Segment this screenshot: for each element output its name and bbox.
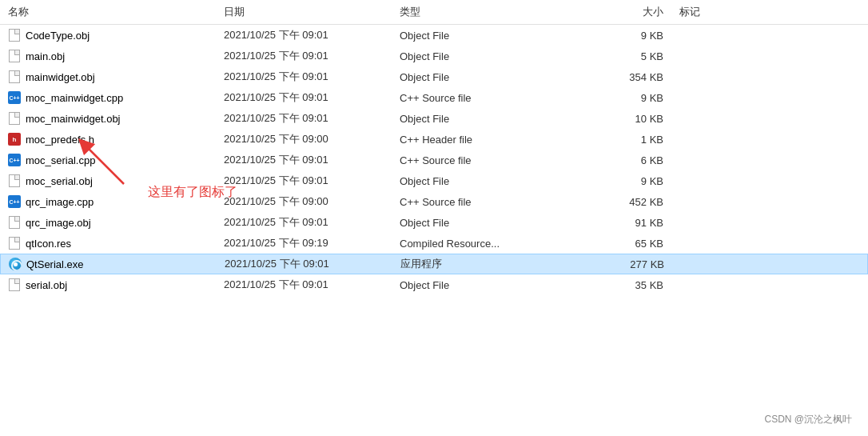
file-date: 2021/10/25 下午 09:00 [224, 194, 400, 209]
file-type: Object File [400, 279, 583, 291]
watermark: CSDN @沉沦之枫叶 [764, 413, 852, 426]
file-name: moc_mainwidget.obj [26, 113, 121, 125]
file-size: 9 KB [583, 92, 679, 104]
file-type: C++ Source file [400, 154, 583, 166]
header-date[interactable]: 日期 [224, 5, 400, 19]
header-size[interactable]: 大小 [583, 5, 679, 19]
file-date: 2021/10/25 下午 09:01 [224, 215, 400, 230]
file-name-cell: QtSerial.exe [9, 258, 225, 270]
file-date: 2021/10/25 下午 09:01 [224, 49, 400, 63]
file-size: 5 KB [583, 50, 679, 62]
file-name: CodeType.obj [26, 30, 90, 42]
file-size: 65 KB [583, 238, 679, 250]
table-header: 名称 日期 类型 大小 标记 [0, 0, 868, 25]
file-size: 1 KB [583, 134, 679, 146]
file-date: 2021/10/25 下午 09:19 [224, 236, 400, 250]
annotation-text: 这里有了图标了 [148, 184, 237, 201]
file-size: 452 KB [583, 196, 679, 208]
file-type: C++ Source file [400, 196, 583, 208]
table-row[interactable]: CodeType.obj 2021/10/25 下午 09:01 Object … [0, 25, 868, 46]
exe-icon [9, 258, 22, 270]
table-row[interactable]: mainwidget.obj 2021/10/25 下午 09:01 Objec… [0, 66, 868, 87]
table-row[interactable]: serial.obj 2021/10/25 下午 09:01 Object Fi… [0, 274, 868, 295]
obj-icon [8, 50, 21, 62]
file-date: 2021/10/25 下午 09:01 [224, 153, 400, 167]
file-date: 2021/10/25 下午 09:00 [224, 132, 400, 146]
obj-icon [8, 278, 21, 291]
file-type: Object File [400, 71, 583, 83]
table-row[interactable]: moc_mainwidget.obj 2021/10/25 下午 09:01 O… [0, 108, 868, 129]
table-body: CodeType.obj 2021/10/25 下午 09:01 Object … [0, 25, 868, 436]
table-row[interactable]: C++ moc_mainwidget.cpp 2021/10/25 下午 09:… [0, 87, 868, 108]
file-date: 2021/10/25 下午 09:01 [224, 174, 400, 188]
file-name: qtIcon.res [26, 238, 71, 250]
file-name: QtSerial.exe [26, 258, 84, 270]
file-date: 2021/10/25 下午 09:01 [225, 257, 400, 271]
header-name[interactable]: 名称 [8, 5, 224, 19]
obj-icon [8, 70, 21, 83]
file-size: 6 KB [583, 154, 679, 166]
file-name: main.obj [26, 50, 65, 62]
obj-icon [8, 29, 21, 42]
file-size: 277 KB [584, 258, 680, 270]
file-type: Object File [400, 175, 583, 187]
cpp-icon: C++ [8, 195, 21, 208]
obj-icon [8, 174, 21, 187]
file-date: 2021/10/25 下午 09:01 [224, 70, 400, 84]
table-row[interactable]: qtIcon.res 2021/10/25 下午 09:19 Compiled … [0, 233, 868, 254]
h-icon: h [8, 133, 21, 146]
file-type: 应用程序 [400, 257, 584, 271]
file-name-cell: qrc_image.obj [8, 216, 224, 229]
file-type: C++ Header file [400, 134, 583, 146]
file-name-cell: mainwidget.obj [8, 70, 224, 83]
file-size: 9 KB [583, 30, 679, 42]
svg-line-1 [84, 144, 124, 184]
table-row[interactable]: main.obj 2021/10/25 下午 09:01 Object File… [0, 46, 868, 66]
file-size: 9 KB [583, 175, 679, 187]
arrow-icon [76, 136, 140, 200]
file-name: qrc_image.obj [26, 217, 91, 229]
obj-icon [8, 112, 21, 125]
file-date: 2021/10/25 下午 09:01 [224, 278, 400, 292]
file-explorer: 名称 日期 类型 大小 标记 CodeType.obj 2021/10/25 下… [0, 0, 868, 436]
file-name-cell: moc_mainwidget.obj [8, 112, 224, 125]
file-name-cell: C++ moc_mainwidget.cpp [8, 91, 224, 104]
cpp-icon: C++ [8, 91, 21, 104]
file-type: Compiled Resource... [400, 238, 583, 250]
file-type: Object File [400, 30, 583, 42]
file-date: 2021/10/25 下午 09:01 [224, 111, 400, 126]
file-size: 10 KB [583, 113, 679, 125]
cpp-icon: C++ [8, 154, 21, 166]
table-row[interactable]: QtSerial.exe 2021/10/25 下午 09:01 应用程序 27… [0, 254, 868, 274]
obj-icon [8, 216, 21, 229]
file-name: mainwidget.obj [26, 71, 95, 83]
file-name: moc_mainwidget.cpp [26, 92, 123, 104]
file-name-cell: main.obj [8, 50, 224, 62]
file-name-cell: serial.obj [8, 278, 224, 291]
file-name-cell: CodeType.obj [8, 29, 224, 42]
file-date: 2021/10/25 下午 09:01 [224, 28, 400, 42]
file-name-cell: qtIcon.res [8, 237, 224, 250]
res-icon [8, 237, 21, 250]
header-tag[interactable]: 标记 [679, 5, 759, 19]
file-type: Object File [400, 113, 583, 125]
file-type: Object File [400, 217, 583, 229]
file-type: C++ Source file [400, 92, 583, 104]
file-date: 2021/10/25 下午 09:01 [224, 90, 400, 105]
header-type[interactable]: 类型 [400, 5, 583, 19]
table-row[interactable]: qrc_image.obj 2021/10/25 下午 09:01 Object… [0, 212, 868, 233]
file-name: serial.obj [26, 279, 67, 291]
file-size: 354 KB [583, 71, 679, 83]
file-type: Object File [400, 50, 583, 62]
file-size: 91 KB [583, 217, 679, 229]
file-size: 35 KB [583, 279, 679, 291]
file-explorer-container: 名称 日期 类型 大小 标记 CodeType.obj 2021/10/25 下… [0, 0, 868, 436]
